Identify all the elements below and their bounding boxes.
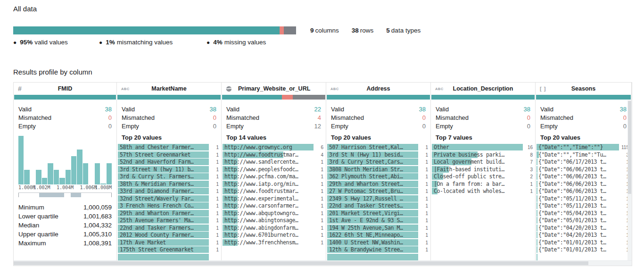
value-row[interactable]: 33rd and Diamond Farmer…1 — [118, 188, 220, 194]
value-row[interactable]: http://www.abquptowngro…1 — [223, 210, 325, 217]
column-header-Location_Description[interactable]: ABCLocation_Description — [431, 83, 535, 95]
value-row[interactable]: 27 W Potomac Street,Bru…1 — [327, 188, 429, 194]
histogram-bar[interactable] — [59, 178, 65, 184]
value-row[interactable]: 38th & Meridian Farmers…1 — [118, 181, 220, 187]
value-row[interactable]: 194 W 25th Avenue,San M…1 — [327, 225, 429, 231]
value-row[interactable]: http://www.6701burnetro…1 — [223, 232, 325, 238]
value-row[interactable]: 17th Ave Market1 — [118, 239, 220, 246]
value-row[interactable]: http://www.experimental…1 — [223, 195, 325, 202]
valid-segment[interactable] — [431, 95, 535, 100]
value-row[interactable]: 25th Avenue Farmers' Ma…1 — [118, 217, 220, 224]
value-row[interactable]: 1622 6th St NE,Minneapo…1 — [327, 232, 429, 238]
column-header-Address[interactable]: ABCAddress — [326, 83, 430, 95]
value-row[interactable]: 3rd St N (Hwy 11) besid…1 — [327, 151, 429, 158]
value-row[interactable]: 29th and Wharton Street…1 — [327, 181, 429, 187]
column-header-Seasons[interactable]: [ ]Seasons — [536, 83, 631, 95]
value-row[interactable]: 3rd Street N (hwy 11) b…1 — [118, 166, 220, 173]
value-row[interactable]: |Faith-based instituti…3 — [432, 166, 534, 173]
valid-segment[interactable] — [14, 95, 116, 100]
value-row[interactable]: 57th Street Greenmarket1 — [118, 151, 220, 158]
value-row[interactable]: http://www.abingdonfarm…1 — [223, 225, 325, 231]
histogram-bar[interactable] — [36, 170, 41, 184]
value-row[interactable]: {"Date":"04/20/2013 t…1 — [537, 225, 630, 231]
value-row[interactable]: http://www.peoplesfoodc…1 — [223, 166, 325, 173]
value-row[interactable]: |On a farm from: a bar…1 — [432, 181, 534, 187]
value-row[interactable]: {"Date":"05/11/2013 t…1 — [537, 195, 630, 202]
value-row[interactable]: {"Date":"06/06/2013 t…1 — [537, 188, 630, 194]
histogram-range-brush[interactable] — [18, 192, 112, 198]
value-row[interactable]: http://www.foodtrustmar…1 — [223, 188, 325, 194]
mismatch-segment[interactable] — [282, 95, 293, 100]
value-row[interactable]: Closed-off public stre…2 — [432, 173, 534, 180]
value-row[interactable]: Local government build…7 — [432, 159, 534, 165]
vertical-scrollbar-thumb[interactable] — [628, 101, 631, 194]
value-row[interactable]: 58th and Chester Farmer…1 — [118, 144, 220, 150]
value-row[interactable]: 12th & Brandywine Stree…1 — [327, 246, 429, 253]
column-header-MarketName[interactable]: ABCMarketName — [117, 83, 221, 95]
value-row[interactable] — [327, 254, 429, 260]
histogram-bar[interactable] — [66, 170, 71, 184]
value-row[interactable]: 29th and Wharton Farmer…1 — [118, 210, 220, 217]
value-row[interactable]: 2012 Wood County Farmer…1 — [118, 232, 220, 238]
value-row[interactable]: {"Date":"","Time":""}115 — [537, 144, 630, 150]
fmid-histogram[interactable] — [18, 136, 112, 184]
value-row[interactable]: Private business parki…8 — [432, 151, 534, 158]
value-row[interactable]: 507 Harrison Street,Kal…1 — [327, 144, 429, 150]
value-row[interactable]: 3rd & Curry St. Farmers…1 — [118, 173, 220, 180]
value-row[interactable]: http://www.iatp.org/min…1 — [223, 181, 325, 187]
histogram-bar[interactable] — [95, 163, 100, 184]
value-row[interactable]: 22nd and Tasker Farmers…1 — [118, 225, 220, 231]
valid-segment[interactable] — [536, 95, 631, 100]
value-row[interactable]: 3 French Hens French Co…1 — [118, 202, 220, 209]
histogram-bar[interactable] — [48, 163, 53, 184]
value-row[interactable]: 362 Plymouth Street,Abi…1 — [327, 173, 429, 180]
value-row[interactable]: {"Date":"05/04/2013 t…1 — [537, 210, 630, 217]
histogram-bar[interactable] — [100, 184, 106, 184]
value-row[interactable]: 2349 S Hwy 127,Russell …1 — [327, 195, 429, 202]
value-row[interactable]: http://www.pcfma.com/ma…1 — [223, 173, 325, 180]
mismatch-segment[interactable] — [280, 26, 284, 34]
value-row[interactable]: Co-located with wholes…1 — [432, 188, 534, 194]
value-row[interactable]: 201 Market Street,Virgi…1 — [327, 210, 429, 217]
empty-segment[interactable] — [293, 95, 325, 100]
histogram-bar[interactable] — [24, 170, 29, 184]
value-row[interactable]: {"Date":"","Time":"Tu…3 — [537, 151, 630, 158]
value-row[interactable]: {"Date":"05/01/2013 t…1 — [537, 217, 630, 224]
value-row[interactable]: {"Date":"04/20/2013 t…1 — [537, 232, 630, 238]
valid-segment[interactable] — [117, 95, 221, 100]
histogram-bar[interactable] — [54, 170, 59, 184]
valid-segment[interactable] — [327, 95, 430, 100]
histogram-bar[interactable] — [18, 136, 24, 184]
vertical-scrollbar[interactable] — [627, 100, 632, 260]
value-row[interactable]: 1st Ave - E 92nd & 93 S…1 — [327, 217, 429, 224]
value-row[interactable]: {"Date":"06/17/2013 t…1 — [537, 159, 630, 165]
value-row[interactable]: {"Date":"06/06/2013 t…1 — [537, 173, 630, 180]
value-row[interactable] — [537, 254, 630, 260]
column-header-FMID[interactable]: #FMID — [14, 83, 116, 95]
valid-segment[interactable] — [13, 26, 280, 34]
value-row[interactable]: 52nd and Haverford Farm…1 — [118, 159, 220, 165]
value-row[interactable]: {"Date":"06/06/2013 t…1 — [537, 181, 630, 187]
value-row[interactable]: {"Date":"01/01/2013 t…1 — [537, 239, 630, 246]
histogram-bar[interactable] — [71, 156, 76, 184]
value-row[interactable]: 3rd & Curry Street,Cars…1 — [327, 159, 429, 165]
value-row[interactable]: Other16 — [432, 144, 534, 150]
value-row[interactable]: http://www.sandlercente…1 — [223, 159, 325, 165]
brush-selection[interactable] — [71, 193, 81, 197]
valid-segment[interactable] — [222, 95, 282, 100]
value-row[interactable]: http://www.foodtrustmar…4 — [223, 151, 325, 158]
value-row[interactable]: 22nd and Tasker Streets…1 — [327, 202, 429, 209]
column-header-Primary_Website_or_URL[interactable]: Primary_Website_or_URL — [222, 83, 326, 95]
value-row[interactable]: http://www.carsonfarmer…1 — [223, 202, 325, 209]
value-row[interactable]: 175th Street Greenmarket1 — [118, 246, 220, 253]
value-row[interactable]: {"Date":"01/01/2013 t…1 — [537, 246, 630, 253]
value-row[interactable]: http://www.3frenchhensm…1 — [223, 239, 325, 246]
histogram-bar[interactable] — [83, 163, 88, 184]
value-row[interactable]: http://www.grownyc.org6 — [223, 144, 325, 150]
value-row[interactable] — [118, 254, 220, 260]
value-row[interactable]: 1400 U Street NW,Washin…1 — [327, 239, 429, 246]
histogram-bar[interactable] — [77, 150, 82, 184]
histogram-bar[interactable] — [107, 163, 112, 184]
histogram-bar[interactable] — [42, 178, 47, 184]
value-row[interactable]: 32nd Street/Waverly Far…1 — [118, 195, 220, 202]
